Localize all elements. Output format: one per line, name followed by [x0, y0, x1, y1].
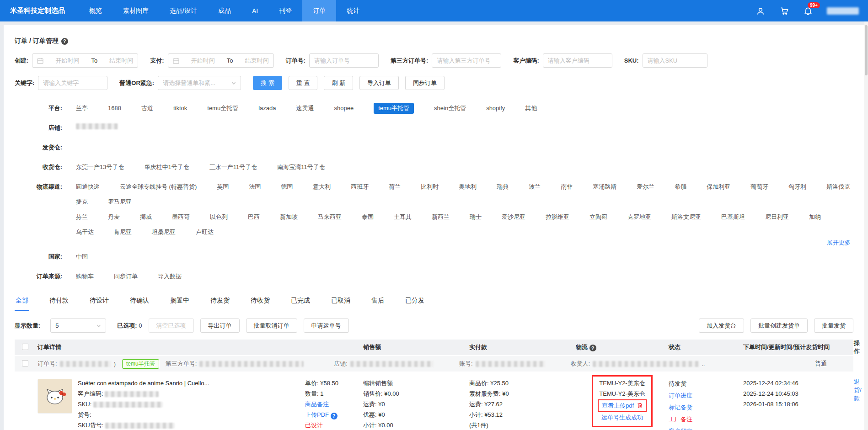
logistics-option[interactable]: 瑞士 — [470, 212, 482, 222]
logistics-option[interactable]: 克罗地亚 — [627, 212, 651, 222]
logistics-option[interactable]: 保加利亚 — [707, 182, 730, 191]
platform-option[interactable]: 速卖通 — [296, 104, 314, 113]
logistics-option[interactable]: 英国 — [217, 182, 229, 191]
platform-option[interactable]: temu半托管 — [374, 103, 414, 114]
logistics-option[interactable]: 马来西亚 — [318, 212, 342, 222]
status-tab[interactable]: 已取消 — [330, 293, 351, 311]
status-tab[interactable]: 售后 — [370, 293, 385, 311]
batch-ship-button[interactable]: 批量发货 — [814, 319, 853, 333]
display-count-select[interactable]: 5 — [50, 319, 106, 333]
customer-code-input[interactable]: 请输入客户编码 — [543, 53, 612, 68]
logistics-option[interactable]: 荷兰 — [389, 182, 401, 191]
add-to-shipping-button[interactable]: 加入发货台 — [699, 319, 744, 333]
status-tab[interactable]: 待设计 — [89, 293, 110, 311]
support-icon[interactable] — [755, 6, 766, 16]
edit-sales-link[interactable]: 编辑销售额 — [363, 378, 469, 388]
reset-button[interactable]: 重 置 — [289, 76, 318, 90]
logistics-option[interactable]: 波兰 — [529, 182, 541, 191]
product-remark-link[interactable]: 商品备注 — [305, 401, 329, 408]
order-no-input[interactable]: 请输入订单号 — [309, 53, 379, 68]
order-progress-link[interactable]: 订单进度 — [669, 392, 692, 399]
status-tab[interactable]: 待收货 — [250, 293, 271, 311]
logistics-option[interactable]: 巴基斯坦 — [721, 212, 745, 222]
logistics-help-icon[interactable]: ? — [589, 345, 596, 351]
nav-menu-item[interactable]: 素材图库 — [113, 0, 159, 21]
nav-menu-item[interactable]: 成品 — [208, 0, 241, 21]
logistics-option[interactable]: 尼日利亚 — [765, 212, 789, 222]
upload-pdf-link[interactable]: 上传PDF — [305, 411, 329, 418]
logistics-option[interactable]: 爱尔兰 — [637, 182, 654, 191]
logistics-option[interactable]: 墨西哥 — [172, 212, 190, 222]
logistics-option[interactable]: 立陶宛 — [589, 212, 607, 222]
order-source-option[interactable]: 同步订单 — [114, 272, 138, 281]
product-title[interactable]: Suéter con estampado de anime Sanrio | C… — [78, 378, 305, 388]
third-party-input[interactable]: 请输入第三方订单号 — [432, 53, 501, 68]
mark-stock-link[interactable]: 标记备货 — [669, 404, 692, 411]
platform-option[interactable]: 1688 — [108, 104, 121, 113]
logistics-option[interactable]: 塞浦路斯 — [593, 182, 616, 191]
platform-option[interactable]: tiktok — [173, 104, 187, 113]
order-checkbox[interactable] — [22, 360, 28, 366]
delete-pdf-icon[interactable] — [637, 403, 643, 409]
sync-orders-button[interactable]: 同步订单 — [405, 76, 445, 90]
status-tab[interactable]: 搁置中 — [169, 293, 190, 311]
country-option[interactable]: 中国 — [76, 252, 88, 261]
logistics-option[interactable]: 丹麦 — [108, 212, 120, 222]
logistics-option[interactable]: 匈牙利 — [788, 182, 806, 191]
status-tab[interactable]: 全部 — [15, 293, 29, 311]
status-tab[interactable]: 已分发 — [404, 293, 425, 311]
platform-option[interactable]: 兰亭 — [76, 104, 88, 113]
bell-icon[interactable]: 99+ — [803, 6, 813, 16]
platform-option[interactable]: temu全托管 — [207, 104, 238, 113]
logistics-option[interactable]: 捷克 — [76, 197, 88, 207]
logistics-option[interactable]: 西班牙 — [351, 182, 369, 191]
platform-option[interactable]: 其他 — [525, 104, 537, 113]
expand-more-link[interactable]: 展开更多 — [827, 239, 851, 247]
upload-pdf-help-icon[interactable]: ? — [331, 413, 338, 419]
logistics-option[interactable]: 希腊 — [675, 182, 686, 191]
logistics-option[interactable]: 新加坡 — [280, 212, 298, 222]
search-button[interactable]: 搜 索 — [253, 76, 282, 90]
page-help-icon[interactable]: ? — [61, 38, 68, 45]
status-tab[interactable]: 待确认 — [129, 293, 150, 311]
recv-warehouse-option[interactable]: 肇庆桂中1号子仓 — [144, 163, 189, 172]
logistics-option[interactable]: 卢旺达 — [196, 228, 214, 237]
logistics-option[interactable]: 瑞典 — [497, 182, 509, 191]
import-orders-button[interactable]: 导入订单 — [359, 76, 399, 90]
customer-message-link[interactable]: 客户留言 — [669, 428, 692, 430]
platform-option[interactable]: shopify — [486, 104, 505, 113]
logistics-option[interactable]: 法国 — [249, 182, 261, 191]
clear-selection-button[interactable]: 清空已选项 — [149, 319, 194, 333]
platform-option[interactable]: 古道 — [141, 104, 153, 113]
logistics-option[interactable]: 爱沙尼亚 — [502, 212, 525, 222]
logistics-option[interactable]: 拉脱维亚 — [546, 212, 569, 222]
batch-create-shipment-button[interactable]: 批量创建发货单 — [750, 319, 808, 333]
logistics-option[interactable]: 云途全球专线挂号 (特惠普货) — [120, 182, 197, 191]
recv-warehouse-option[interactable]: 三水一产11号子仓 — [209, 163, 257, 172]
status-tab[interactable]: 待付款 — [48, 293, 70, 311]
brand-title[interactable]: 米圣科技定制选品 — [0, 0, 79, 21]
platform-option[interactable]: shein全托管 — [434, 104, 466, 113]
logistics-option[interactable]: 泰国 — [362, 212, 374, 222]
nav-menu-item[interactable]: 刊登 — [268, 0, 302, 21]
order-source-option[interactable]: 导入数据 — [158, 272, 182, 281]
factory-remark-link[interactable]: 工厂备注 — [669, 416, 692, 423]
logistics-option[interactable]: 比利时 — [421, 182, 439, 191]
nav-menu-item[interactable]: AI — [241, 0, 268, 21]
scrollbar-track[interactable] — [864, 21, 868, 430]
created-range-picker[interactable]: 开始时间 To 结束时间 — [32, 53, 138, 68]
logistics-option[interactable]: 新西兰 — [432, 212, 450, 222]
scrollbar-thumb[interactable] — [865, 25, 868, 75]
logistics-option[interactable]: 巴西 — [248, 212, 260, 222]
user-name-redacted[interactable] — [827, 7, 859, 15]
platform-option[interactable]: lazada — [258, 104, 276, 113]
keyword-input[interactable]: 请输入关键字 — [38, 76, 107, 90]
logistics-option[interactable]: 德国 — [281, 182, 293, 191]
platform-option[interactable]: shopee — [334, 104, 354, 113]
logistics-option[interactable]: 挪威 — [140, 212, 152, 222]
select-all-checkbox[interactable] — [22, 344, 28, 350]
nav-menu-item[interactable]: 统计 — [336, 0, 370, 21]
nav-menu-item[interactable]: 选品/设计 — [159, 0, 208, 21]
logistics-option[interactable]: 圆通快递 — [76, 182, 100, 191]
product-image[interactable] — [38, 379, 72, 414]
